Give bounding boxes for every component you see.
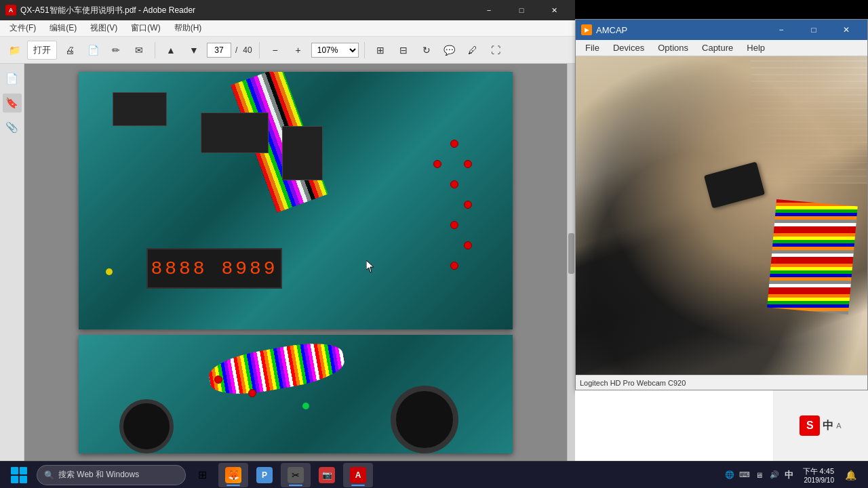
- red-button-2: [464, 160, 472, 168]
- print-icon[interactable]: 🖨: [60, 41, 80, 60]
- input-indicator: A: [836, 422, 841, 430]
- systray-icons: 🌐 ⌨ 🖥 🔊 中: [723, 468, 796, 482]
- cn-input-icon[interactable]: 中: [783, 468, 796, 482]
- red-button-5: [450, 221, 458, 229]
- open-button[interactable]: 打开: [27, 41, 57, 60]
- amcap-menu-file[interactable]: File: [580, 41, 605, 54]
- nav-down-button[interactable]: ▼: [184, 41, 204, 60]
- reader-window-title: QX-A51智能小车使用说明书.pdf - Adobe Reader: [20, 5, 195, 16]
- close-button[interactable]: ✕: [538, 0, 570, 20]
- menu-view[interactable]: 视图(V): [85, 21, 123, 35]
- win-icon-piece-2: [20, 467, 27, 474]
- red-button-8: [433, 160, 441, 168]
- taskbar-app-acrobat[interactable]: A: [343, 463, 373, 487]
- system-clock[interactable]: 下午 4:45 2019/9/10: [799, 466, 838, 484]
- nav-up-button[interactable]: ▲: [161, 41, 181, 60]
- notification-button[interactable]: 🔔: [841, 463, 860, 487]
- display-icon[interactable]: 🖥: [753, 468, 766, 482]
- amcap-restore-button[interactable]: □: [798, 20, 829, 40]
- sougou-icon: S: [800, 415, 820, 436]
- clock-time: 下午 4:45: [803, 466, 834, 476]
- reader-content: 📄 🔖 📎 8888 8989: [0, 64, 575, 488]
- restore-button[interactable]: □: [506, 0, 537, 20]
- bookmarks-panel-button[interactable]: 🔖: [3, 94, 22, 113]
- taskbar-app-4[interactable]: 📷: [312, 463, 342, 487]
- red-button-1: [450, 140, 458, 148]
- taskbar-app-firefox[interactable]: 🦊: [218, 463, 248, 487]
- keyboard-icon[interactable]: ⌨: [738, 468, 751, 482]
- bottom-area: S 中 A: [575, 390, 868, 461]
- highlight-button[interactable]: 🖊: [462, 41, 483, 60]
- amcap-menu-capture[interactable]: Capture: [696, 41, 738, 54]
- speaker-icon[interactable]: 🔊: [768, 468, 781, 482]
- amcap-statusbar: Logitech HD Pro Webcam C920: [576, 375, 867, 390]
- reader-toolbar: 📁 打开 🖨 📄 ✏ ✉ ▲ ▼ / 40 − + 107% 75% 100% …: [0, 37, 575, 64]
- page-separator: /: [234, 45, 239, 55]
- red-btn-bottom-2: [248, 389, 256, 397]
- start-button[interactable]: [3, 463, 35, 487]
- app2-icon: P: [256, 467, 273, 483]
- chip-element-1: [113, 92, 167, 126]
- win-icon-piece-3: [11, 476, 18, 483]
- amcap-window-controls: − □ ✕: [766, 20, 862, 40]
- amcap-minimize-button[interactable]: −: [766, 20, 797, 40]
- separator-3: [364, 42, 365, 58]
- amcap-close-button[interactable]: ✕: [831, 20, 862, 40]
- pdf-page-top: 8888 8989: [79, 72, 513, 329]
- scroll-thumb[interactable]: [568, 233, 574, 274]
- send-icon[interactable]: ✉: [129, 41, 149, 60]
- rotate-button[interactable]: ↻: [416, 41, 437, 60]
- comment-button[interactable]: 💬: [439, 41, 460, 60]
- page-image-top: 8888 8989: [79, 72, 513, 329]
- menu-edit[interactable]: 编辑(E): [44, 21, 82, 35]
- fit-page-button[interactable]: ⊟: [393, 41, 414, 60]
- amcap-menu-help[interactable]: Help: [741, 41, 770, 54]
- vertical-scrollbar[interactable]: [567, 64, 575, 488]
- pdf-pages-area[interactable]: 8888 8989: [24, 64, 567, 488]
- amcap-viewport: [576, 56, 867, 375]
- webcam-feed: [576, 56, 867, 375]
- minimize-button[interactable]: −: [473, 0, 505, 20]
- task-view-button[interactable]: ⊞: [187, 463, 217, 487]
- amcap-window-title: AMCAP: [596, 25, 627, 35]
- reader-menubar: 文件(F) 编辑(E) 视图(V) 窗口(W) 帮助(H): [0, 20, 575, 37]
- print2-icon[interactable]: 📄: [83, 41, 103, 60]
- edit-icon[interactable]: ✏: [106, 41, 126, 60]
- app3-icon: ✂: [288, 467, 304, 483]
- amcap-app-icon: ▶: [581, 24, 592, 35]
- toolbar-folder-icon[interactable]: 📁: [4, 41, 24, 60]
- bottom-left-pad: [575, 390, 773, 461]
- fullscreen-button[interactable]: ⛶: [486, 41, 506, 60]
- zoom-in-button[interactable]: +: [288, 41, 309, 60]
- zoom-select[interactable]: 107% 75% 100% 125% 150%: [311, 43, 359, 58]
- red-button-4: [464, 201, 472, 209]
- taskbar-right: 🌐 ⌨ 🖥 🔊 中 下午 4:45 2019/9/10 🔔: [723, 463, 865, 487]
- adobe-reader-window: A QX-A51智能小车使用说明书.pdf - Adobe Reader − □…: [0, 0, 575, 488]
- clock-date: 2019/9/10: [803, 476, 834, 484]
- amcap-titlebar: ▶ AMCAP − □ ✕: [576, 20, 867, 40]
- fit-width-button[interactable]: ⊞: [370, 41, 391, 60]
- search-bar[interactable]: 🔍 搜索 Web 和 Windows: [37, 465, 186, 485]
- bottom-inner: S 中 A: [575, 390, 868, 461]
- bottom-right-area: S 中 A: [773, 390, 868, 461]
- pages-panel-button[interactable]: 📄: [3, 69, 22, 88]
- rainbow-wires-webcam: [767, 199, 857, 314]
- taskbar-app-2[interactable]: P: [250, 463, 279, 487]
- page-number-input[interactable]: [207, 43, 231, 58]
- amcap-menu-devices[interactable]: Devices: [608, 41, 650, 54]
- zoom-out-button[interactable]: −: [265, 41, 285, 60]
- reader-app-icon: A: [5, 5, 16, 16]
- menu-file[interactable]: 文件(F): [4, 21, 41, 35]
- taskbar-app-3[interactable]: ✂: [281, 463, 311, 487]
- amcap-menu-options[interactable]: Options: [652, 41, 694, 54]
- amcap-title-left: ▶ AMCAP: [581, 24, 627, 35]
- menu-window[interactable]: 窗口(W): [125, 21, 165, 35]
- menu-help[interactable]: 帮助(H): [169, 21, 208, 35]
- svg-marker-0: [366, 260, 374, 272]
- seven-segment-display: 8888 8989: [146, 248, 282, 289]
- task-view-icon: ⊞: [194, 467, 210, 483]
- attachments-panel-button[interactable]: 📎: [3, 118, 22, 137]
- acrobat-icon: A: [350, 467, 366, 483]
- tire-element-left: [119, 399, 174, 453]
- network-icon[interactable]: 🌐: [723, 468, 736, 482]
